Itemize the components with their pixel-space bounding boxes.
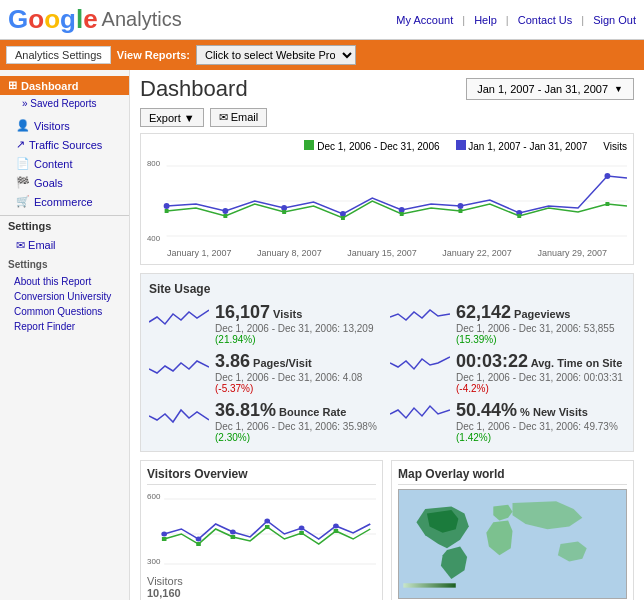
svg-point-6 xyxy=(222,208,228,214)
svg-point-33 xyxy=(196,537,202,542)
google-logo: Google xyxy=(8,4,98,35)
stat-value: 62,142 xyxy=(456,302,511,322)
stat-change: (-4.2%) xyxy=(456,383,489,394)
stat-item-1: 62,142 PageviewsDec 1, 2006 - Dec 31, 20… xyxy=(390,302,625,345)
sidebar-item-ecommerce[interactable]: 🛒 Ecommerce xyxy=(0,192,129,211)
person-icon: 👤 xyxy=(16,119,30,132)
world-map-svg xyxy=(399,490,626,598)
visitors-overview-title: Visitors Overview xyxy=(147,467,376,485)
svg-point-10 xyxy=(458,203,464,209)
chart-legend: Dec 1, 2006 - Dec 31, 2006 Jan 1, 2007 -… xyxy=(147,140,627,152)
visitors-chart-svg: 600 300 xyxy=(147,489,376,569)
svg-text:800: 800 xyxy=(147,159,161,168)
stat-change: (21.94%) xyxy=(215,334,256,345)
svg-text:400: 400 xyxy=(147,234,161,243)
svg-point-5 xyxy=(164,203,170,209)
stat-change: (-5.37%) xyxy=(215,383,253,394)
traffic-icon: ↗ xyxy=(16,138,25,151)
email-button[interactable]: ✉ Email xyxy=(210,108,268,127)
svg-rect-15 xyxy=(282,210,286,214)
view-reports-label: View Reports: xyxy=(117,49,190,61)
sidebar-item-goals[interactable]: 🏁 Goals xyxy=(0,173,129,192)
map-overlay-panel: Map Overlay world xyxy=(391,460,634,600)
email-label: ✉ Email xyxy=(219,111,259,124)
svg-point-35 xyxy=(264,519,270,524)
stat-data-4: 36.81% Bounce RateDec 1, 2006 - Dec 31, … xyxy=(215,400,384,443)
date-range-selector[interactable]: Jan 1, 2007 - Jan 31, 2007 ▼ xyxy=(466,78,634,100)
stat-sub: Dec 1, 2006 - Dec 31, 2006: 00:03:31 (-4… xyxy=(456,372,625,394)
svg-point-36 xyxy=(299,526,305,531)
visitors-overview-panel: Visitors Overview 600 300 xyxy=(140,460,383,600)
sign-out-link[interactable]: Sign Out xyxy=(593,14,636,26)
site-usage-title: Site Usage xyxy=(149,282,625,296)
site-usage-panel: Site Usage 16,107 VisitsDec 1, 2006 - De… xyxy=(140,273,634,452)
stat-change: (1.42%) xyxy=(456,432,491,443)
stat-value: 50.44% xyxy=(456,400,517,420)
my-account-link[interactable]: My Account xyxy=(396,14,453,26)
stat-data-2: 3.86 Pages/VisitDec 1, 2006 - Dec 31, 20… xyxy=(215,351,384,394)
sparkline-svg xyxy=(149,351,209,381)
help-link[interactable]: Help xyxy=(474,14,497,26)
stat-data-1: 62,142 PageviewsDec 1, 2006 - Dec 31, 20… xyxy=(456,302,625,345)
stats-grid: 16,107 VisitsDec 1, 2006 - Dec 31, 2006:… xyxy=(149,302,625,443)
stat-value: 00:03:22 xyxy=(456,351,528,371)
line-chart-svg: 800 400 xyxy=(147,156,627,246)
sparkline-svg xyxy=(149,302,209,332)
sidebar-item-traffic-sources[interactable]: ↗ Traffic Sources xyxy=(0,135,129,154)
svg-rect-29 xyxy=(265,525,270,529)
stat-label: Pages/Visit xyxy=(250,357,312,369)
stat-sub: Dec 1, 2006 - Dec 31, 2006: 35.98% (2.30… xyxy=(215,421,384,443)
stat-data-3: 00:03:22 Avg. Time on SiteDec 1, 2006 - … xyxy=(456,351,625,394)
stat-value: 3.86 xyxy=(215,351,250,371)
sidebar-dashboard-title: ⊞ Dashboard xyxy=(0,76,129,95)
stat-item-2: 3.86 Pages/VisitDec 1, 2006 - Dec 31, 20… xyxy=(149,351,384,394)
grid-icon: ⊞ xyxy=(8,79,17,92)
svg-rect-13 xyxy=(165,209,169,213)
content-area: Dashboard Jan 1, 2007 - Jan 31, 2007 ▼ E… xyxy=(130,70,644,600)
stat-value: 16,107 xyxy=(215,302,270,322)
cart-icon: 🛒 xyxy=(16,195,30,208)
stat-label: Avg. Time on Site xyxy=(528,357,622,369)
sidebar-dashboard-section: ⊞ Dashboard » Saved Reports xyxy=(0,76,129,112)
stat-sub: Dec 1, 2006 - Dec 31, 2006: 53,855 (15.3… xyxy=(456,323,625,345)
chart-x-labels: January 1, 2007 January 8, 2007 January … xyxy=(147,248,627,258)
svg-rect-17 xyxy=(400,212,404,216)
visitors-chart: 600 300 xyxy=(147,489,376,579)
page-title: Dashboard xyxy=(140,76,248,102)
stat-label: Bounce Rate xyxy=(276,406,346,418)
sidebar-conversion-university[interactable]: Conversion University xyxy=(0,289,129,304)
analytics-title: Analytics xyxy=(102,8,182,31)
sidebar-saved-reports[interactable]: » Saved Reports xyxy=(0,95,129,112)
action-buttons: Export ▼ ✉ Email xyxy=(140,108,634,127)
svg-rect-26 xyxy=(162,537,167,541)
profile-select[interactable]: Click to select Website Profile xyxy=(196,45,356,65)
sidebar-item-visitors[interactable]: 👤 Visitors xyxy=(0,116,129,135)
stat-sub: Dec 1, 2006 - Dec 31, 2006: 49.73% (1.42… xyxy=(456,421,625,443)
stat-item-5: 50.44% % New VisitsDec 1, 2006 - Dec 31,… xyxy=(390,400,625,443)
svg-rect-27 xyxy=(196,542,201,546)
sidebar-settings-label: Settings xyxy=(0,215,129,236)
contact-link[interactable]: Contact Us xyxy=(518,14,572,26)
stat-data-5: 50.44% % New VisitsDec 1, 2006 - Dec 31,… xyxy=(456,400,625,443)
goals-icon: 🏁 xyxy=(16,176,30,189)
stat-change: (15.39%) xyxy=(456,334,497,345)
svg-point-37 xyxy=(333,524,339,529)
stat-label: Visits xyxy=(270,308,302,320)
sidebar-email[interactable]: ✉ Email xyxy=(0,236,129,255)
lower-panels: Visitors Overview 600 300 xyxy=(140,460,634,600)
legend-prev-period: Dec 1, 2006 - Dec 31, 2006 xyxy=(304,140,439,152)
stat-label: Pageviews xyxy=(511,308,570,320)
export-button[interactable]: Export ▼ xyxy=(140,108,204,127)
sparkline-svg xyxy=(390,351,450,381)
svg-point-32 xyxy=(161,532,167,537)
svg-rect-38 xyxy=(403,583,455,587)
map-overlay-title: Map Overlay world xyxy=(398,467,627,485)
sidebar-report-finder[interactable]: Report Finder xyxy=(0,319,129,334)
sparkline-svg xyxy=(149,400,209,430)
stat-value: 36.81% xyxy=(215,400,276,420)
sidebar-about-report[interactable]: About this Report xyxy=(0,274,129,289)
sidebar-common-questions[interactable]: Common Questions xyxy=(0,304,129,319)
sidebar-item-content[interactable]: 📄 Content xyxy=(0,154,129,173)
analytics-settings-button[interactable]: Analytics Settings xyxy=(6,46,111,64)
main-layout: ⊞ Dashboard » Saved Reports 👤 Visitors ↗… xyxy=(0,70,644,600)
